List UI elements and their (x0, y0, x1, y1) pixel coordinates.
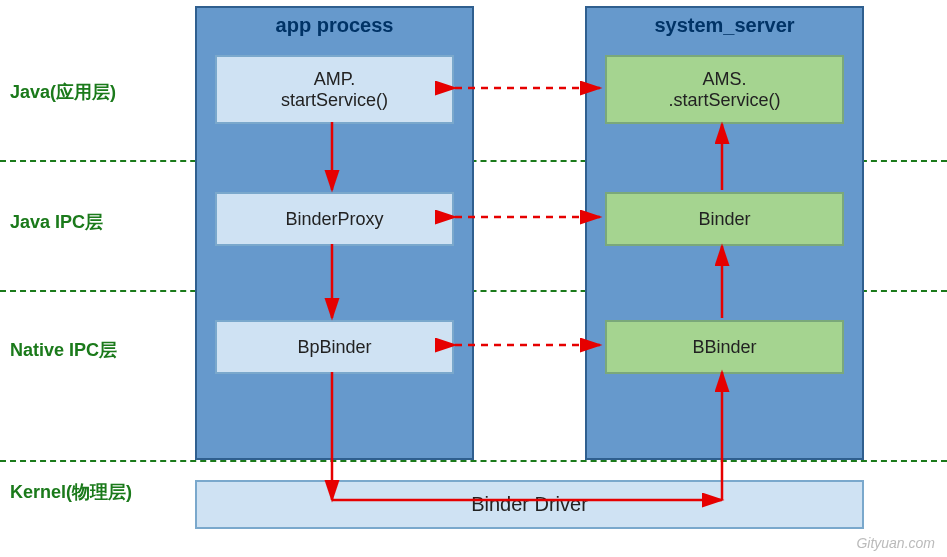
layer-label-kernel: Kernel(物理层) (10, 480, 132, 504)
box-ams-line2: .startService() (668, 90, 780, 111)
system-server-title: system_server (587, 14, 862, 37)
box-binder-driver: Binder Driver (195, 480, 864, 529)
app-process-title: app process (197, 14, 472, 37)
binder-driver-label: Binder Driver (471, 493, 588, 516)
box-amp-line1: AMP. (314, 69, 356, 90)
layer-label-java-ipc: Java IPC层 (10, 210, 103, 234)
box-bpbinder: BpBinder (215, 320, 454, 374)
watermark: Gityuan.com (856, 535, 935, 551)
box-binder: Binder (605, 192, 844, 246)
box-binderproxy-label: BinderProxy (285, 209, 383, 230)
box-amp-startservice: AMP. startService() (215, 55, 454, 124)
box-binder-label: Binder (698, 209, 750, 230)
divider-3 (0, 460, 947, 462)
box-bpbinder-label: BpBinder (297, 337, 371, 358)
box-bbinder-label: BBinder (692, 337, 756, 358)
box-ams-line1: AMS. (702, 69, 746, 90)
box-ams-startservice: AMS. .startService() (605, 55, 844, 124)
layer-label-native-ipc: Native IPC层 (10, 338, 117, 362)
box-bbinder: BBinder (605, 320, 844, 374)
layer-label-java-app: Java(应用层) (10, 80, 116, 104)
box-amp-line2: startService() (281, 90, 388, 111)
box-binderproxy: BinderProxy (215, 192, 454, 246)
